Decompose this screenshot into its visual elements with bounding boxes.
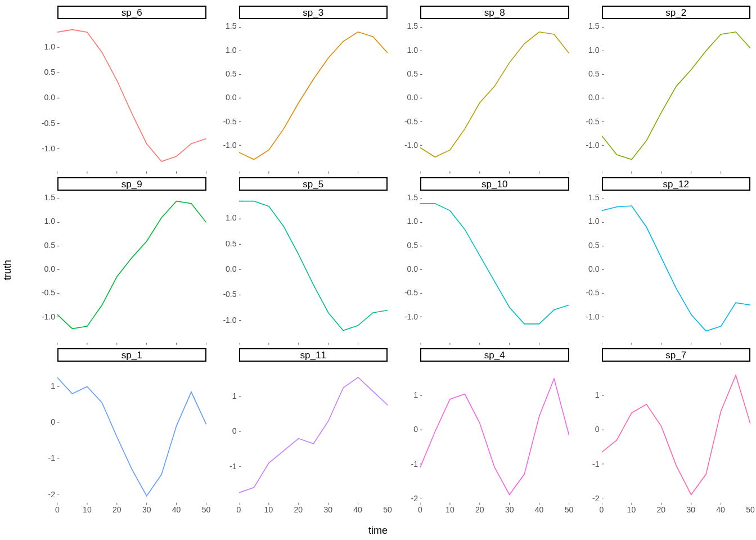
x-axis: 01020304050 — [239, 505, 388, 515]
y-tick-label: 0.0 — [226, 93, 236, 102]
facet-strip: sp_1 — [57, 348, 206, 362]
facet-figure: truth time sp_6-1.0-0.50.00.51.0sp_3-1.0… — [0, 0, 756, 540]
panel-wrap: -2-10101020304050 — [33, 364, 209, 505]
y-axis: -2-101 — [577, 364, 601, 505]
plot-panel — [239, 194, 388, 345]
x-tick-label: 30 — [142, 505, 151, 514]
facet-strip: sp_11 — [239, 348, 388, 362]
y-tick-label: 0.5 — [226, 239, 236, 248]
x-tick-label: 0 — [237, 505, 241, 514]
series-line — [420, 32, 569, 157]
facet-strip: sp_4 — [420, 348, 569, 362]
y-tick-label: -0.5 — [586, 117, 599, 126]
x-tick-label: 30 — [686, 505, 695, 514]
y-tick-label: -0.5 — [404, 288, 418, 297]
plot-panel — [57, 194, 206, 345]
y-tick-label: 1 — [232, 392, 237, 400]
y-tick-label: -0.5 — [586, 288, 599, 297]
y-axis: -101 — [214, 364, 238, 505]
facet-strip: sp_3 — [239, 6, 388, 19]
panel-wrap: -1.0-0.50.00.51.01.5 — [395, 21, 572, 174]
series-line — [602, 206, 751, 331]
panel-wrap: -1.0-0.50.00.51.01.5 — [33, 193, 209, 345]
y-tick-label: -0.5 — [404, 117, 418, 126]
x-tick-label: 40 — [353, 505, 362, 514]
facet-strip: sp_2 — [602, 6, 751, 19]
y-tick-label: -1.0 — [223, 316, 236, 325]
series-line — [602, 376, 751, 495]
series-line — [239, 377, 388, 493]
facet-cell-sp_9: sp_9-1.0-0.50.00.51.01.5 — [33, 176, 209, 345]
facet-cell-sp_10: sp_10-1.0-0.50.00.51.01.5 — [395, 176, 572, 345]
y-axis: -1.0-0.50.00.51.01.5 — [33, 193, 56, 345]
y-tick-label: 0.0 — [407, 264, 418, 273]
y-tick-label: 1.0 — [407, 46, 418, 55]
series-line — [57, 30, 206, 161]
facet-strip: sp_7 — [602, 348, 751, 362]
y-tick-label: -1.0 — [42, 144, 55, 153]
y-axis: -1.0-0.50.00.51.01.5 — [577, 21, 601, 174]
y-tick-label: -2 — [48, 490, 55, 499]
y-tick-label: 0 — [595, 425, 600, 434]
series-line — [239, 32, 388, 160]
x-tick-label: 50 — [746, 505, 755, 514]
panel-wrap: -1.0-0.50.00.51.01.5 — [577, 193, 753, 345]
series-line — [420, 379, 569, 495]
x-axis-label: time — [368, 525, 388, 537]
facet-cell-sp_12: sp_12-1.0-0.50.00.51.01.5 — [577, 176, 753, 345]
x-tick-label: 20 — [475, 505, 484, 514]
facet-cell-sp_7: sp_7-2-10101020304050 — [577, 347, 753, 516]
y-tick-label: 1 — [413, 390, 418, 399]
x-tick-label: 0 — [418, 505, 422, 514]
y-tick-label: 1.0 — [226, 46, 236, 55]
x-tick-label: 50 — [383, 505, 392, 514]
y-tick-label: 1.5 — [44, 193, 55, 202]
y-axis: -1.0-0.50.00.51.01.5 — [395, 193, 419, 345]
y-tick-label: 0.0 — [588, 264, 599, 273]
y-tick-label: 0.0 — [588, 93, 599, 102]
y-tick-label: 0 — [413, 425, 418, 434]
y-tick-label: -1.0 — [42, 312, 55, 321]
facet-strip: sp_9 — [57, 177, 206, 191]
facet-cell-sp_1: sp_1-2-10101020304050 — [33, 347, 209, 516]
y-tick-label: -1 — [411, 460, 418, 469]
series-line — [57, 201, 206, 328]
panel-wrap: -1.0-0.50.00.51.01.5 — [214, 21, 390, 174]
panel-wrap: -1.0-0.50.00.51.01.5 — [577, 21, 753, 174]
y-tick-label: 1.5 — [226, 21, 236, 30]
x-tick-label: 10 — [83, 505, 92, 514]
y-tick-label: 1.0 — [588, 46, 599, 55]
facet-strip: sp_12 — [602, 177, 751, 191]
series-line — [239, 201, 388, 330]
y-tick-label: 0.5 — [407, 241, 418, 250]
x-tick-label: 0 — [600, 505, 604, 514]
facet-grid: sp_6-1.0-0.50.00.51.0sp_3-1.0-0.50.00.51… — [33, 4, 753, 516]
y-axis: -1.0-0.50.00.51.0 — [214, 193, 238, 345]
y-tick-label: 1.0 — [44, 217, 55, 226]
y-tick-label: -0.5 — [223, 290, 236, 299]
facet-cell-sp_3: sp_3-1.0-0.50.00.51.01.5 — [214, 4, 390, 174]
x-tick-label: 0 — [55, 505, 60, 514]
y-tick-label: 1.0 — [588, 217, 599, 226]
facet-cell-sp_5: sp_5-1.0-0.50.00.51.0 — [214, 176, 390, 345]
y-tick-label: 1.5 — [588, 193, 599, 202]
panel-wrap: -1.0-0.50.00.51.0 — [33, 21, 209, 174]
y-axis: -1.0-0.50.00.51.01.5 — [577, 193, 601, 345]
y-tick-label: 0.5 — [407, 69, 418, 78]
x-tick-label: 20 — [112, 505, 122, 514]
plot-panel — [420, 22, 569, 174]
y-tick-label: -2 — [411, 494, 418, 503]
y-tick-label: 1.5 — [407, 193, 418, 202]
plot-panel — [602, 194, 751, 345]
y-tick-label: 0.5 — [588, 69, 599, 78]
x-tick-label: 20 — [657, 505, 666, 514]
y-tick-label: -0.5 — [42, 288, 55, 297]
panel-wrap: -1.0-0.50.00.51.01.5 — [395, 193, 572, 345]
y-tick-label: 1 — [51, 381, 55, 390]
x-axis: 01020304050 — [57, 505, 206, 515]
facet-strip: sp_5 — [239, 177, 388, 191]
plot-panel — [239, 365, 388, 505]
x-tick-label: 10 — [264, 505, 273, 514]
x-tick-label: 40 — [172, 505, 181, 514]
y-tick-label: 0.0 — [44, 93, 55, 102]
